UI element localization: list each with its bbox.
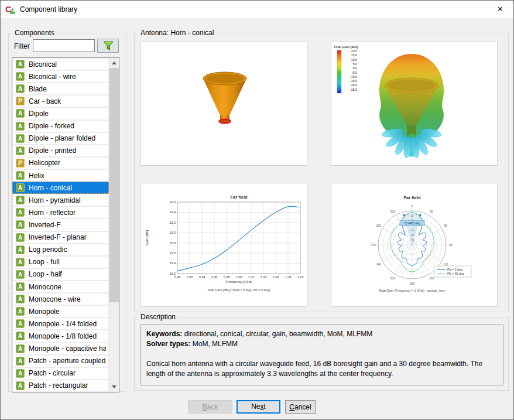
svg-text:150: 150: [429, 276, 434, 280]
list-item[interactable]: ALoop - half: [12, 268, 109, 281]
description-group-title: Description: [138, 313, 178, 321]
list-item-label: Dipole - forked: [29, 122, 74, 130]
list-item[interactable]: PCar - back: [12, 95, 109, 107]
svg-text:-40: -40: [410, 238, 414, 241]
list-item[interactable]: AInverted-F: [12, 218, 109, 231]
svg-text:16.0: 16.0: [169, 231, 176, 234]
list-item[interactable]: AMonopole: [12, 305, 109, 317]
scrollbar-thumb[interactable]: [109, 68, 119, 302]
list-item[interactable]: ADipole - planar folded: [12, 132, 109, 145]
list-item-label: Inverted-F - planar: [29, 233, 87, 241]
window-title: Component library: [20, 5, 77, 13]
antenna-badge-icon: A: [16, 84, 25, 93]
list-item[interactable]: ADipole - forked: [12, 120, 109, 132]
list-item[interactable]: ADipole: [12, 107, 109, 119]
list-item-label: Car - back: [29, 97, 61, 105]
list-item[interactable]: AHorn - conical: [12, 182, 109, 194]
component-list: ABiconicalABiconical - wireABladePCar - …: [12, 57, 119, 392]
svg-text:Far field: Far field: [230, 194, 248, 200]
list-item[interactable]: AHorn - reflector: [12, 206, 109, 218]
svg-text:15.4: 15.4: [169, 261, 176, 265]
list-item[interactable]: APatch - aperture coupled: [12, 355, 109, 367]
farfield-polar-chart-panel: Far field0306090120150180210240270300330…: [331, 183, 498, 307]
list-item[interactable]: ABiconical - wire: [12, 70, 109, 83]
list-item-label: Blade: [29, 85, 47, 93]
back-button[interactable]: Back: [188, 400, 232, 414]
svg-text:330: 330: [390, 210, 396, 213]
antenna-badge-icon: A: [16, 220, 25, 229]
list-item[interactable]: AMonopole - capacitive hat: [12, 343, 109, 355]
scroll-up-button[interactable]: [109, 58, 119, 68]
svg-text:16.4: 16.4: [169, 210, 176, 214]
list-item[interactable]: AInverted-F - planar: [12, 231, 109, 244]
scroll-down-button[interactable]: [109, 382, 119, 392]
svg-text:Gain [dBi]: Gain [dBi]: [145, 230, 149, 246]
list-item-label: Loop - full: [29, 258, 60, 266]
description-text: Keywords: directional, conical, circular…: [141, 325, 503, 385]
list-item-label: Inverted-F: [29, 221, 61, 229]
filter-input[interactable]: [33, 39, 95, 52]
svg-text:0.90: 0.90: [174, 275, 181, 279]
svg-text:15.8: 15.8: [169, 241, 176, 245]
list-item[interactable]: AHelix: [12, 169, 109, 182]
list-item[interactable]: ALoop - full: [12, 256, 109, 268]
antenna-badge-icon: A: [16, 109, 25, 118]
svg-text:-20: -20: [410, 229, 414, 232]
antenna-badge-icon: A: [16, 196, 25, 204]
antenna-group-title: Antenna: Horn - conical: [138, 29, 216, 37]
svg-text:Frequency [GHz]: Frequency [GHz]: [225, 280, 252, 284]
list-item[interactable]: APatch - rectangular: [12, 380, 109, 392]
list-item[interactable]: ALog periodic: [12, 244, 109, 256]
list-item[interactable]: AHorn - pyramidal: [12, 194, 109, 206]
svg-text:210: 210: [390, 276, 396, 280]
list-item[interactable]: ABlade: [12, 83, 109, 95]
description-body: Conical horn antenna with a circular wav…: [146, 359, 498, 379]
list-item[interactable]: AMonopole - 1/4 folded: [12, 317, 109, 330]
close-button[interactable]: ✕: [487, 1, 513, 18]
components-groupbox: Components Filter ABiconicalABiconical -…: [8, 33, 126, 392]
filter-button[interactable]: [97, 39, 119, 53]
svg-text:120: 120: [443, 262, 448, 266]
next-button[interactable]: Next: [237, 400, 280, 414]
antenna-badge-icon: A: [16, 357, 25, 366]
list-scrollbar[interactable]: [109, 58, 119, 392]
svg-text:0.96: 0.96: [211, 275, 218, 279]
list-item-label: Loop - half: [29, 270, 62, 278]
antenna-groupbox: Antenna: Horn - conical: [134, 33, 509, 312]
antenna-badge-icon: A: [16, 369, 25, 378]
list-item-label: Biconical - wire: [29, 73, 76, 81]
colorbar: Total Gain [dBi] 20.015.010.05.00.0-5.0-…: [334, 45, 358, 93]
farfield-line-chart-panel: 0.900.920.940.960.981.001.021.041.061.08…: [141, 183, 307, 307]
svg-text:-25.0: -25.0: [350, 88, 357, 91]
svg-text:240: 240: [376, 262, 382, 266]
list-item[interactable]: APatch - circular: [12, 367, 109, 380]
list-item[interactable]: PHelicopter: [12, 157, 109, 169]
svg-text:1.10: 1.10: [297, 275, 304, 279]
svg-text:5.0: 5.0: [353, 62, 357, 66]
description-groupbox: Description Keywords: directional, conic…: [134, 317, 509, 391]
antenna-badge-icon: A: [16, 122, 25, 131]
conical-horn-model: [141, 42, 308, 166]
component-library-dialog: C Component library ✕ Components Filter …: [0, 0, 514, 420]
svg-text:30: 30: [430, 210, 433, 213]
list-item[interactable]: AMonocone: [12, 281, 109, 293]
list-item-label: Log periodic: [29, 245, 67, 254]
cancel-button[interactable]: Cancel: [285, 400, 316, 414]
components-group-title: Components: [12, 29, 57, 37]
svg-text:-30: -30: [410, 234, 414, 237]
list-item[interactable]: ADipole - printed: [12, 145, 109, 157]
antenna-badge-icon: A: [16, 146, 25, 155]
list-item[interactable]: AMonopole - 1/8 folded: [12, 330, 109, 342]
svg-text:Phi = 90 deg: Phi = 90 deg: [447, 272, 464, 275]
list-item-label: Horn - pyramidal: [29, 196, 81, 204]
list-item-label: Biconical: [29, 60, 57, 69]
svg-text:0.92: 0.92: [187, 275, 193, 279]
svg-text:180: 180: [410, 282, 415, 285]
titlebar: C Component library ✕: [1, 1, 513, 18]
svg-text:16.2: 16.2: [169, 221, 176, 224]
app-icon: C: [5, 4, 16, 15]
list-item[interactable]: AMonocone - wire: [12, 293, 109, 305]
antenna-badge-icon: A: [16, 208, 25, 217]
list-item[interactable]: ABiconical: [12, 58, 109, 70]
list-item-label: Monopole - 1/8 folded: [29, 332, 97, 340]
